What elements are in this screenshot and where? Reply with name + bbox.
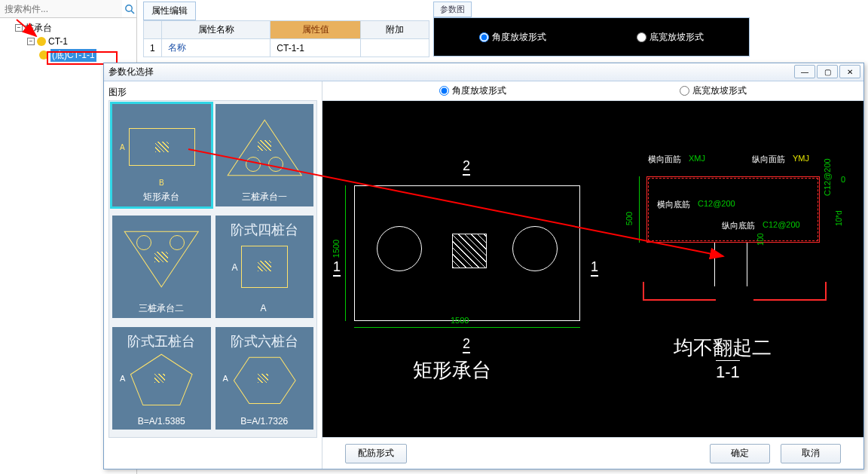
tree-label-selected: (底)CT-1-1 [50, 49, 96, 62]
gear-icon [39, 50, 48, 60]
shape-step-6[interactable]: 阶式六桩台 A B=A/1.7326 [215, 327, 314, 430]
collapse-icon[interactable]: − [15, 24, 23, 32]
tab-property-edit[interactable]: 属性编辑 [143, 2, 196, 20]
radio-input[interactable] [439, 86, 449, 96]
shape-subcaption: B=A/1.7326 [240, 416, 288, 427]
tree-label: CT-1 [48, 36, 68, 47]
tree-label: 桩承台 [25, 22, 52, 35]
tree-node-ct1[interactable]: − CT-1 [2, 35, 135, 48]
tab-param-view[interactable]: 参数图 [433, 2, 472, 17]
property-editor: 属性编辑 属性名称 属性值 附加 1 名称 CT-1-1 [143, 2, 429, 57]
plan-title: 矩形承台 [413, 357, 491, 384]
param-view-panel: 参数图 角度放坡形式 底宽放坡形式 [433, 2, 750, 57]
radio-width-slope[interactable]: 底宽放坡形式 [680, 84, 747, 97]
svg-point-0 [125, 5, 131, 11]
radio-input[interactable] [680, 86, 689, 96]
prop-extra [360, 39, 429, 57]
svg-line-1 [131, 11, 134, 14]
ok-button[interactable]: 确定 [710, 444, 770, 463]
radio-angle-slope[interactable]: 角度放坡形式 [479, 31, 546, 44]
row-index: 1 [144, 39, 162, 57]
shape-header: 图形 [108, 86, 317, 99]
shape-palette: 图形 B A 矩形承台 [104, 81, 322, 469]
param-view-body: 角度放坡形式 底宽放坡形式 [433, 17, 750, 57]
shape-tri-cap-2[interactable]: 三桩承台二 [112, 216, 211, 318]
shape-caption: 三桩承台一 [242, 191, 287, 203]
section-title: 均不翻起二 [674, 335, 772, 361]
search-row [0, 0, 136, 18]
shape-step-5[interactable]: 阶式五桩台 A B=A/1.5385 [112, 327, 211, 430]
col-name: 属性名称 [161, 21, 270, 39]
collapse-icon[interactable]: − [27, 38, 35, 45]
radio-input[interactable] [479, 32, 489, 42]
preview-column: 角度放坡形式 底宽放坡形式 1 1 2 2 1500 1500 [322, 81, 863, 469]
radio-width-slope[interactable]: 底宽放坡形式 [637, 31, 704, 44]
dialog-titlebar[interactable]: 参数化选择 — ▢ ✕ [104, 63, 863, 81]
property-table: 属性名称 属性值 附加 1 名称 CT-1-1 [143, 20, 429, 57]
maximize-button[interactable]: ▢ [817, 65, 838, 78]
slope-radio-strip: 角度放坡形式 底宽放坡形式 [322, 81, 863, 101]
rebar-form-button[interactable]: 配筋形式 [345, 444, 407, 463]
minimize-button[interactable]: — [794, 65, 815, 78]
radio-angle-slope[interactable]: 角度放坡形式 [439, 84, 506, 97]
col-index [144, 21, 162, 39]
shape-caption: 三桩承台二 [139, 302, 184, 315]
tree-root[interactable]: − 桩承台 [2, 21, 135, 35]
search-button[interactable] [122, 0, 136, 17]
dialog-title: 参数化选择 [108, 66, 154, 78]
tree: − 桩承台 − CT-1 (底)CT-1-1 [0, 18, 136, 65]
shape-caption: 矩形承台 [143, 191, 179, 203]
gear-icon [37, 37, 46, 46]
section-sub: 1-1 [716, 360, 740, 382]
shape-step-4[interactable]: 阶式四桩台 A A [215, 216, 314, 318]
search-icon [124, 4, 135, 14]
param-select-dialog: 参数化选择 — ▢ ✕ 图形 B A 矩形承台 [103, 63, 864, 469]
shape-grid[interactable]: B A 矩形承台 三桩承台一 [108, 100, 317, 438]
prop-name: 名称 [161, 39, 270, 57]
cad-preview[interactable]: 1 1 2 2 1500 1500 矩形承台 横向 [322, 101, 863, 437]
shape-subcaption: B=A/1.5385 [138, 416, 185, 427]
prop-value[interactable]: CT-1-1 [270, 39, 360, 57]
table-row[interactable]: 1 名称 CT-1-1 [144, 39, 429, 57]
cancel-button[interactable]: 取消 [781, 444, 841, 463]
shape-tri-cap-1[interactable]: 三桩承台一 [215, 104, 314, 206]
search-input[interactable] [0, 0, 122, 17]
tree-node-ct1-1[interactable]: (底)CT-1-1 [2, 48, 135, 62]
close-button[interactable]: ✕ [839, 65, 860, 78]
col-extra: 附加 [360, 21, 429, 39]
radio-input[interactable] [637, 32, 646, 42]
shape-rect-cap[interactable]: B A 矩形承台 [112, 104, 211, 206]
dialog-button-row: 配筋形式 确定 取消 [322, 437, 863, 469]
col-value: 属性值 [270, 21, 360, 39]
